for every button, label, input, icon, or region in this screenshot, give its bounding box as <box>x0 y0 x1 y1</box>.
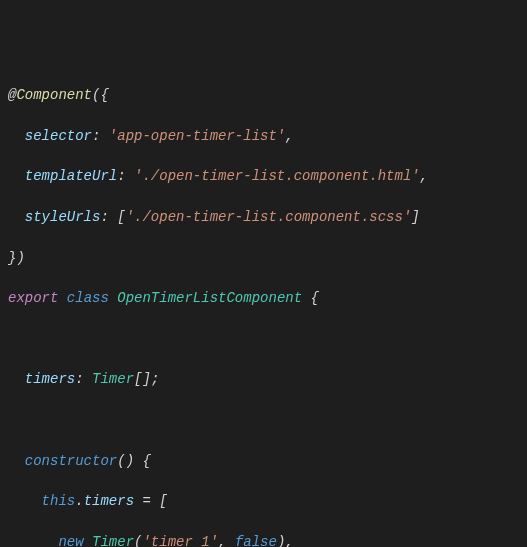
constructor-keyword: constructor <box>25 453 117 469</box>
export-keyword: export <box>8 290 58 306</box>
code-line <box>8 329 519 349</box>
new-keyword: new <box>58 534 83 547</box>
code-line <box>8 410 519 430</box>
code-line: }) <box>8 248 519 268</box>
templateurl-key: templateUrl <box>25 168 117 184</box>
code-line: new Timer('timer 1', false), <box>8 532 519 547</box>
timers-field: timers <box>25 371 75 387</box>
decorator-name: Component <box>16 87 92 103</box>
code-line: constructor() { <box>8 451 519 471</box>
styleurls-key: styleUrls <box>25 209 101 225</box>
class-name: OpenTimerListComponent <box>117 290 302 306</box>
code-line: this.timers = [ <box>8 491 519 511</box>
templateurl-value: './open-timer-list.component.html' <box>134 168 420 184</box>
this-keyword: this <box>42 493 76 509</box>
timer-type: Timer <box>92 371 134 387</box>
code-line: styleUrls: ['./open-timer-list.component… <box>8 207 519 227</box>
code-line: templateUrl: './open-timer-list.componen… <box>8 166 519 186</box>
code-line: timers: Timer[]; <box>8 369 519 389</box>
code-editor[interactable]: @Component({ selector: 'app-open-timer-l… <box>8 85 519 547</box>
code-line: export class OpenTimerListComponent { <box>8 288 519 308</box>
class-keyword: class <box>67 290 109 306</box>
styleurls-value: './open-timer-list.component.scss' <box>126 209 412 225</box>
selector-key: selector <box>25 128 92 144</box>
selector-value: 'app-open-timer-list' <box>109 128 285 144</box>
code-line: @Component({ <box>8 85 519 105</box>
code-line: selector: 'app-open-timer-list', <box>8 126 519 146</box>
timer-constructor: Timer <box>92 534 134 547</box>
